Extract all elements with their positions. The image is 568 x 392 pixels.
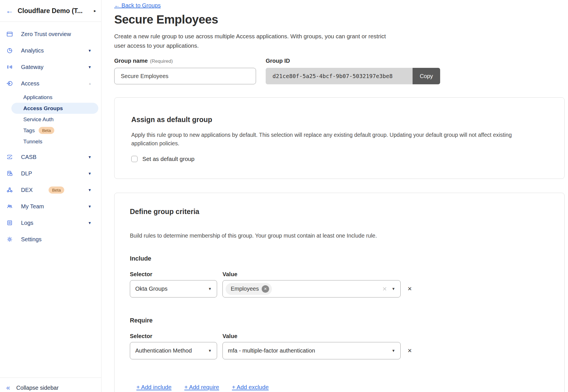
sidebar-nav: Zero Trust overview Analytics ▼ Gateway … (0, 22, 101, 248)
sidebar-item-logs[interactable]: Logs ▼ (0, 215, 101, 231)
require-rule-row: Authentication Method ▼ mfa - multiple-f… (130, 342, 549, 359)
pie-chart-icon (6, 47, 13, 54)
group-id-value: d21ce80f-5a25-4bcf-9b07-5032197e3be8 (266, 68, 413, 84)
default-group-card: Assign as default group Apply this rule … (114, 97, 565, 179)
group-name-label: Group name(Required) (114, 58, 256, 64)
main-content: ← Back to Groups Secure Employees Create… (101, 0, 568, 392)
sidebar-item-access[interactable]: Access ▲ (0, 75, 101, 92)
set-default-group-label: Set as default group (142, 156, 195, 162)
beta-badge: Beta (49, 186, 64, 194)
document-lock-icon (6, 170, 13, 177)
account-title: Cloudflare Demo (T... (18, 7, 92, 15)
sidebar-item-casb[interactable]: CASB ▼ (0, 149, 101, 165)
require-value-dropdown[interactable]: mfa - multiple-factor authentication ▼ (222, 342, 401, 359)
beta-badge: Beta (39, 127, 54, 134)
criteria-card-title: Define group criteria (130, 207, 549, 216)
include-selector-dropdown[interactable]: Okta Groups ▼ (130, 280, 217, 297)
criteria-card: Define group criteria Build rules to det… (114, 193, 565, 392)
add-include-link[interactable]: + Add include (136, 384, 172, 391)
include-value-label: Value (222, 271, 237, 277)
log-list-icon (6, 219, 13, 226)
access-arrow-circle-icon (6, 80, 13, 87)
include-heading: Include (130, 255, 549, 262)
sidebar-item-analytics[interactable]: Analytics ▼ (0, 42, 101, 59)
group-id-label: Group ID (266, 58, 440, 64)
sidebar-item-dlp[interactable]: DLP ▼ (0, 165, 101, 182)
chevron-down-icon[interactable]: ▼ (88, 49, 91, 53)
gateway-icon (6, 64, 13, 70)
copy-button[interactable]: Copy (413, 68, 440, 84)
network-nodes-icon (6, 186, 13, 193)
group-name-field-block: Group name(Required) (114, 58, 256, 84)
gear-icon (6, 236, 13, 243)
sidebar-item-applications[interactable]: Applications (0, 92, 98, 103)
required-hint: (Required) (150, 58, 173, 64)
set-default-group-checkbox[interactable] (131, 156, 138, 162)
sidebar-item-my-team[interactable]: My Team ▼ (0, 198, 101, 215)
page-description: Create a new rule group to use across mu… (114, 32, 391, 50)
clear-values-icon[interactable]: ✕ (382, 286, 387, 292)
chevron-down-icon: ▼ (208, 349, 212, 353)
require-heading: Require (130, 317, 549, 324)
chevron-down-icon: ▼ (392, 349, 395, 353)
account-expand-caret-icon[interactable]: ▸ (94, 8, 96, 13)
sidebar: ← Cloudflare Demo (T... ▸ Zero Trust ove… (0, 0, 101, 392)
sidebar-item-gateway[interactable]: Gateway ▼ (0, 59, 101, 75)
chevron-up-icon[interactable]: ▲ (88, 82, 91, 85)
chevron-down-icon[interactable]: ▼ (88, 204, 91, 209)
include-value-multiselect[interactable]: Employees ✕ ✕ ▼ (222, 280, 401, 297)
default-group-card-description: Apply this rule group to new application… (131, 131, 538, 148)
require-value-label: Value (222, 333, 237, 339)
include-rule-row: Okta Groups ▼ Employees ✕ ✕ ▼ ✕ (130, 280, 549, 297)
casb-check-icon (6, 154, 13, 160)
chevron-down-icon[interactable]: ▼ (88, 221, 91, 225)
people-group-icon (6, 203, 13, 210)
group-name-input[interactable] (114, 68, 256, 84)
sidebar-item-zero-trust-overview[interactable]: Zero Trust overview (0, 26, 101, 42)
chevron-down-icon[interactable]: ▼ (88, 65, 91, 69)
double-chevron-left-icon: « (6, 384, 10, 391)
chevron-down-icon[interactable]: ▼ (88, 171, 91, 176)
chevron-down-icon[interactable]: ▼ (88, 188, 91, 192)
add-require-link[interactable]: + Add require (184, 384, 219, 391)
set-default-group-checkbox-row[interactable]: Set as default group (131, 156, 548, 162)
chevron-down-icon[interactable]: ▼ (88, 155, 91, 159)
group-id-block: Group ID d21ce80f-5a25-4bcf-9b07-5032197… (266, 58, 440, 84)
add-exclude-link[interactable]: + Add exclude (232, 384, 269, 391)
back-arrow-icon[interactable]: ← (6, 7, 18, 15)
require-selector-dropdown[interactable]: Authentication Method ▼ (130, 342, 217, 359)
access-sub-menu: Applications Access Groups Service Auth … (0, 92, 101, 147)
add-rule-links: + Add include + Add require + Add exclud… (136, 384, 549, 391)
default-group-card-title: Assign as default group (131, 115, 548, 124)
browser-window-icon (6, 31, 13, 37)
remove-require-rule-icon[interactable]: ✕ (407, 348, 412, 353)
criteria-card-description: Build rules to determine membership of t… (130, 232, 536, 240)
sidebar-item-dex[interactable]: DEX Beta ▼ (0, 182, 101, 198)
sidebar-item-access-groups[interactable]: Access Groups (11, 103, 98, 114)
sidebar-item-tunnels[interactable]: Tunnels (0, 136, 98, 147)
value-chip: Employees ✕ (226, 283, 272, 295)
sidebar-item-tags[interactable]: Tags Beta (0, 125, 98, 136)
include-selector-label: Selector (130, 271, 222, 277)
chevron-down-icon: ▼ (208, 287, 212, 291)
page-title: Secure Employees (114, 13, 568, 26)
account-header[interactable]: ← Cloudflare Demo (T... ▸ (0, 0, 101, 22)
chip-remove-icon[interactable]: ✕ (262, 285, 269, 293)
sidebar-item-service-auth[interactable]: Service Auth (0, 114, 98, 125)
remove-include-rule-icon[interactable]: ✕ (407, 286, 412, 292)
back-to-groups-link[interactable]: ← Back to Groups (114, 2, 161, 9)
require-selector-label: Selector (130, 333, 222, 339)
collapse-sidebar-button[interactable]: « Collapse sidebar (0, 378, 101, 392)
sidebar-item-settings[interactable]: Settings (0, 231, 101, 248)
chevron-down-icon: ▼ (392, 287, 395, 291)
